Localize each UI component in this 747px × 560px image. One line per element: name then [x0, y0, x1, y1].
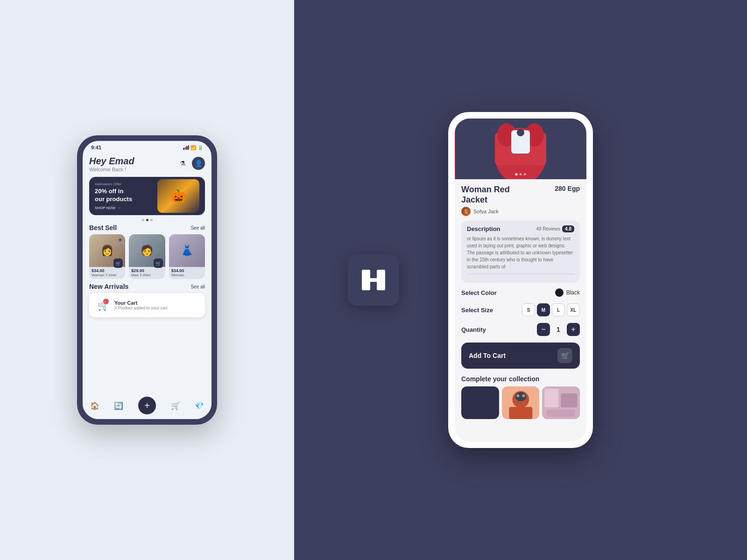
rating-badge: 4.8 [562, 225, 574, 232]
center-logo [348, 254, 399, 306]
color-dot-black[interactable] [555, 288, 564, 297]
size-s[interactable]: S [522, 303, 535, 316]
collection-row [461, 386, 580, 419]
product-fav-2[interactable]: ☆ [158, 237, 163, 243]
cart-notif-subtitle: 3 Product added to your cart [114, 306, 168, 310]
best-sell-title: Best Sell [89, 224, 117, 231]
product-jacket-svg [455, 119, 586, 179]
svg-rect-22 [561, 393, 578, 407]
svg-rect-21 [545, 389, 559, 407]
product-top-row: Woman RedJacket 280 Egp [461, 185, 580, 205]
product-card-3[interactable]: 👗 $34.00 Woman [169, 234, 205, 279]
product-cart-1[interactable]: 🛒 [113, 259, 123, 268]
product-fav-1[interactable]: ★ [118, 237, 123, 243]
products-row: 👩 ★ 🛒 $34.00 Woman T-Shirt 🧑 ☆ 🛒 [89, 234, 205, 279]
banner-main-text: 20% off inour products [95, 188, 157, 203]
banner-dot-2[interactable] [146, 219, 148, 221]
product-image-3: 👗 [169, 234, 205, 267]
detail-screen: Woman RedJacket 280 Egp S Sofya Jack Des… [455, 119, 586, 441]
collection-image-3 [542, 386, 580, 419]
profile-button[interactable]: 👤 [192, 157, 205, 170]
product-price: 280 Egp [555, 185, 580, 192]
select-color-row: Select Color Black [461, 288, 580, 297]
product-price-1: $34.00 [92, 268, 123, 273]
cart-button-icon: 🛒 [557, 348, 572, 363]
banner-dot-1 [142, 219, 144, 221]
logo-svg [359, 266, 388, 294]
product-name-3: Woman [171, 273, 203, 277]
quantity-label: Quantity [461, 326, 486, 333]
color-option[interactable]: Black [555, 288, 580, 297]
cart-notif-title: Your Cart [114, 300, 168, 306]
collection-title: Complete your collection [461, 375, 580, 383]
product-image-area [455, 119, 586, 179]
image-dot-2[interactable] [520, 173, 522, 175]
svg-point-19 [522, 394, 525, 397]
svg-point-18 [516, 394, 519, 397]
product-main-image [455, 119, 586, 179]
detail-content: Woman RedJacket 280 Egp S Sofya Jack Des… [455, 179, 586, 441]
size-xl[interactable]: XL [567, 303, 580, 316]
wifi-icon: 📶 [190, 145, 196, 150]
product-card-1[interactable]: 👩 ★ 🛒 $34.00 Woman T-Shirt [89, 234, 125, 279]
screen-content: Hey Emad Welcome Back ! ⚗ 👤 Halloween Of… [83, 152, 211, 394]
nav-cart[interactable]: 🛒 [171, 401, 180, 410]
best-sell-see-all[interactable]: See all [190, 225, 205, 231]
add-to-cart-label: Add To Cart [469, 352, 506, 359]
cart-notification: 🛒 ! Your Cart 3 Product added to your ca… [89, 293, 205, 317]
quantity-control: − 1 + [537, 323, 580, 336]
collection-image-2 [502, 386, 540, 419]
size-l[interactable]: L [552, 303, 565, 316]
product-card-2[interactable]: 🧑 ☆ 🛒 $29.00 Man T-Shirt [129, 234, 165, 279]
collection-card-3[interactable] [542, 386, 580, 419]
filter-button[interactable]: ⚗ [176, 157, 189, 170]
plus-icon: + [144, 400, 150, 411]
status-time: 9:41 [91, 145, 101, 150]
promotional-banner: Halloween Offer 20% off inour products S… [89, 177, 205, 215]
svg-point-17 [515, 392, 526, 401]
image-dot-3[interactable] [524, 173, 526, 175]
quantity-plus-button[interactable]: + [567, 323, 580, 336]
product-info-2: $29.00 Man T-Shirt [129, 267, 165, 279]
arrow-right-icon: → [117, 206, 121, 210]
status-bar: 9:41 📶 🔋 [83, 141, 211, 152]
nav-add-button[interactable]: + [138, 397, 156, 414]
size-label: Select Size [461, 307, 493, 314]
color-label: Select Color [461, 289, 497, 296]
product-info-1: $34.00 Woman T-Shirt [89, 267, 125, 279]
size-m[interactable]: M [537, 303, 550, 316]
left-panel: 9:41 📶 🔋 Hey Emad [0, 0, 294, 560]
nav-profile[interactable]: 💎 [195, 401, 204, 410]
svg-point-2 [103, 299, 109, 304]
shop-now-button[interactable]: SHOP NOW → [95, 206, 157, 210]
left-phone-frame: 9:41 📶 🔋 Hey Emad [77, 135, 217, 425]
add-to-cart-button[interactable]: Add To Cart 🛒 [461, 343, 580, 369]
description-header: Description 49 Reviews 4.8 [467, 225, 574, 232]
header-icons: ⚗ 👤 [176, 157, 205, 170]
reviews-count: 49 Reviews [536, 226, 560, 231]
product-name-1: Woman T-Shirt [92, 273, 123, 277]
home-icon: 🏠 [90, 401, 99, 410]
best-sell-header: Best Sell See all [89, 224, 205, 231]
select-size-row: Select Size S M L XL [461, 303, 580, 316]
banner-dot-3 [150, 219, 153, 221]
image-dot-1[interactable] [515, 173, 518, 175]
nav-home[interactable]: 🏠 [90, 401, 99, 410]
profile-nav-icon: 💎 [195, 401, 204, 410]
quantity-row: Quantity − 1 + [461, 323, 580, 336]
status-icons: 📶 🔋 [183, 145, 203, 150]
welcome-text: Welcome Back ! [89, 167, 134, 172]
svg-point-13 [517, 129, 524, 136]
svg-rect-16 [509, 407, 532, 419]
new-arrivals-header: New Arrivals See all [89, 283, 205, 290]
nav-explore[interactable]: 🔄 [114, 401, 123, 410]
image-dots [515, 173, 526, 175]
collection-card-1[interactable] [461, 386, 499, 419]
product-cart-2[interactable]: 🛒 [154, 259, 163, 268]
new-arrivals-see-all[interactable]: See all [190, 284, 205, 289]
seller-name: Sofya Jack [473, 209, 499, 214]
cart-svg-icon: 🛒 ! [94, 297, 111, 314]
collection-card-2[interactable] [502, 386, 540, 419]
product-price-3: $34.00 [171, 268, 203, 273]
quantity-minus-button[interactable]: − [537, 323, 550, 336]
